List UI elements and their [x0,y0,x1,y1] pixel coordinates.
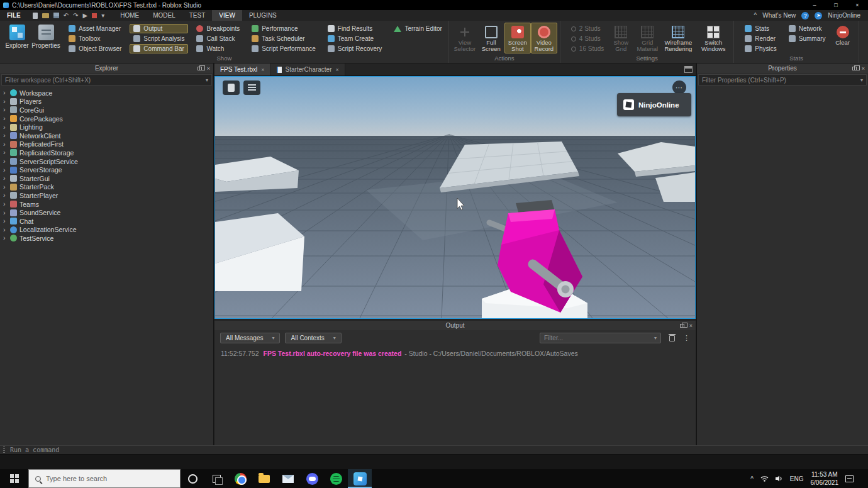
explorer-filter[interactable]: ▾ [1,74,212,86]
chevron-right-icon[interactable]: › [3,175,8,182]
chevron-right-icon[interactable]: › [3,158,8,165]
script-analysis-button[interactable]: Script Analysis [130,34,188,43]
explorer-item-lighting[interactable]: ›Lighting [0,123,213,131]
play-icon[interactable]: ▶ [82,13,87,19]
new-file-icon[interactable] [33,13,38,19]
chevron-right-icon[interactable]: › [3,201,8,208]
task-scheduler-button[interactable]: Task Scheduler [248,34,320,43]
screen-shot-button[interactable]: Screen Shot [504,23,531,53]
explorer-item-startergui[interactable]: ›StarterGui [0,174,213,183]
tab-model[interactable]: MODEL [146,10,182,21]
viewport-list-button[interactable] [243,80,260,95]
taskbar-search[interactable] [28,469,181,488]
asset-manager-button[interactable]: Asset Manager [65,24,125,33]
output-button[interactable]: Output [130,24,188,33]
close-button[interactable]: × [847,0,868,10]
maximize-button[interactable]: □ [825,0,847,10]
explorer-item-replicatedfirst[interactable]: ›ReplicatedFirst [0,140,213,149]
undo-icon[interactable]: ↶ [64,13,69,19]
output-panel-header[interactable]: Output × [214,321,696,330]
switch-windows-button[interactable]: Switch Windows [696,23,731,53]
minimize-button[interactable]: – [804,0,825,10]
chevron-down-icon[interactable]: ▾ [654,335,657,341]
chevron-right-icon[interactable]: › [3,132,8,139]
tab-view[interactable]: VIEW [212,10,242,21]
summary-button[interactable]: Summary [785,34,830,43]
performance-button[interactable]: Performance [248,24,320,33]
explorer-item-corepackages[interactable]: ›CorePackages [0,114,213,123]
float-panel-icon[interactable] [852,67,857,70]
float-panel-icon[interactable] [680,324,684,328]
float-panel-icon[interactable] [198,67,202,70]
messages-filter-dropdown[interactable]: All Messages ▾ [220,333,280,343]
close-panel-icon[interactable]: × [207,65,210,72]
discord-app-button[interactable] [300,469,324,488]
task-view-button[interactable] [204,469,228,488]
3d-viewport[interactable]: ⋯ NinjoOnline [214,76,696,319]
full-screen-button[interactable]: Full Screen [478,23,504,53]
stop-icon[interactable] [92,13,97,18]
tab-home[interactable]: HOME [113,10,146,21]
output-search[interactable]: ▾ [540,333,661,343]
viewport-more-button[interactable]: ⋯ [672,80,686,94]
chevron-right-icon[interactable]: › [3,192,8,199]
explorer-panel-header[interactable]: Explorer × [0,64,213,73]
file-explorer-app-button[interactable] [252,469,276,488]
toolbox-button[interactable]: Toolbox [65,34,125,43]
whats-new-link[interactable]: What's New [762,12,796,19]
collapse-ribbon-icon[interactable]: ^ [754,12,757,19]
contexts-filter-dropdown[interactable]: All Contexts ▾ [285,333,341,343]
explorer-item-serverscriptservice[interactable]: ›ServerScriptService [0,157,213,166]
close-panel-icon[interactable]: × [862,65,865,72]
start-button[interactable] [0,469,28,488]
breakpoints-button[interactable]: Breakpoints [192,24,243,33]
properties-filter-input[interactable] [702,77,858,84]
help-icon[interactable]: ? [801,12,809,19]
user-name[interactable]: NinjoOnline [828,12,860,19]
explorer-item-starterplayer[interactable]: ›StarterPlayer [0,191,213,200]
explorer-item-players[interactable]: ›Players [0,97,213,106]
chevron-right-icon[interactable]: › [3,209,8,216]
grip-icon[interactable] [3,446,5,453]
properties-panel-header[interactable]: Properties × [697,64,868,73]
chevron-right-icon[interactable]: › [3,106,8,113]
object-browser-button[interactable]: Object Browser [65,44,125,53]
action-center-icon[interactable] [845,475,854,482]
chevron-right-icon[interactable]: › [3,218,8,225]
volume-icon[interactable] [776,475,783,482]
chevron-right-icon[interactable]: › [3,115,8,122]
explorer-item-localizationservice[interactable]: ›LocalizationService [0,226,213,235]
tray-expand-icon[interactable]: ^ [750,475,754,482]
close-tab-icon[interactable]: × [335,67,338,73]
viewport-doc-button[interactable] [223,80,240,95]
chevron-down-icon[interactable]: ▾ [860,77,863,83]
doc-tab-startercharacter[interactable]: StarterCharacter × [271,64,345,75]
script-recovery-button[interactable]: Script Recovery [324,44,386,53]
output-search-input[interactable] [544,335,652,341]
open-icon[interactable] [42,13,49,18]
taskbar-search-input[interactable] [46,475,174,482]
close-panel-icon[interactable]: × [689,323,693,329]
chevron-right-icon[interactable]: › [3,149,8,156]
explorer-item-coregui[interactable]: ›CoreGui [0,106,213,114]
video-record-button[interactable]: Video Record [531,23,557,53]
chevron-right-icon[interactable]: › [3,226,8,233]
tab-list-icon[interactable] [684,66,693,73]
chevron-right-icon[interactable]: › [3,124,8,131]
watch-button[interactable]: Watch [192,44,243,53]
close-tab-icon[interactable]: × [261,67,264,73]
toolbar-dropdown-icon[interactable]: ▾ [101,13,104,19]
team-create-button[interactable]: Team Create [324,34,386,43]
file-menu-button[interactable]: FILE [0,10,28,21]
properties-button[interactable]: Properties [31,23,60,49]
command-bar[interactable] [0,445,868,455]
share-icon[interactable]: ➤ [815,12,822,19]
chevron-right-icon[interactable]: › [3,167,8,174]
cortana-button[interactable] [181,469,204,488]
roblox-studio-app-button[interactable] [348,469,372,488]
find-results-button[interactable]: Find Results [324,24,386,33]
render-button[interactable]: Render [741,34,780,43]
kebab-menu-icon[interactable]: ⋮ [683,334,690,342]
doc-tab-fps-test[interactable]: FPS Test.rbxl × [214,64,271,75]
explorer-item-testservice[interactable]: ›TestService [0,234,213,243]
